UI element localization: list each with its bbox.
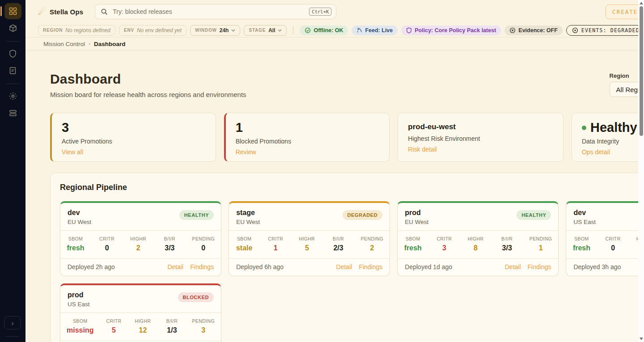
region-scope-pill[interactable]: REGION No regions defined [38,25,115,36]
offline-status-pill[interactable]: Offline: OK [300,25,348,35]
highest-risk-card: prod-eu-west Highest Risk Environment Ri… [398,113,564,162]
search-icon [101,8,108,16]
pipeline-card-stats: SBOM missing CRITR 5 HIGHR 12 B/I/R [60,312,221,341]
env-name: stage [236,209,260,217]
scroll-up-arrow[interactable] [640,2,643,4]
highr-stat: HIGHR 8 [467,236,485,252]
stat-value: fresh [572,244,590,252]
findings-link[interactable]: Findings [359,263,382,270]
region-name: EU West [236,219,260,225]
stat-label: Highest Risk Environment [408,135,553,142]
pipeline-header: Regional Pipeline All environments [60,183,644,192]
sidebar-item-releases[interactable] [4,20,21,36]
pipeline-grid: dev EU West HEALTHY SBOM fresh CRITR 0 [60,201,644,342]
stat-value: 3/3 [161,244,178,252]
chevron-down-icon [231,29,235,32]
policy-status-text: Policy: Core Policy Pack latest [415,27,496,34]
stat-label: SBOM [404,236,422,241]
policy-status-pill[interactable]: Policy: Core Policy Pack latest [401,25,501,35]
region-name: EU West [68,219,91,225]
sidebar-item-dashboard[interactable] [4,3,21,19]
pipeline-card-prod-eu-west: prod EU West HEALTHY SBOM fresh CRITR 3 [397,201,559,276]
region-name: US East [68,301,90,308]
events-status-pill[interactable]: EVENTS: DEGRADED [566,25,644,36]
pending-stat: PENDING 3 [192,318,215,334]
critr-stat: CRITR 1 [267,236,284,252]
critr-stat: CRITR 0 [604,236,622,252]
stat-value: 1 [530,244,552,252]
sidebar-item-security[interactable] [4,46,21,62]
bir-stat: B/I/R 2/3 [330,236,347,252]
findings-link[interactable]: Findings [528,263,551,270]
gear-icon [8,92,17,101]
stat-label: PENDING [192,236,215,241]
sbom-stat: SBOM missing [67,318,93,334]
sidebar-item-documents[interactable] [4,63,21,79]
findings-link[interactable]: Findings [190,263,214,270]
stat-label: SBOM [67,318,93,324]
stat-value: 8 [467,244,485,252]
window-value: 24h [220,27,229,34]
detail-link[interactable]: Detail [505,263,521,270]
feed-status-pill[interactable]: Feed: Live [352,25,398,35]
stat-label: B/I/R [330,236,347,241]
sidebar: › [0,0,25,342]
detail-link[interactable]: Detail [167,263,183,270]
pipeline-card-prod-us-east: prod US East BLOCKED SBOM missing CRITR … [60,283,221,342]
pipeline-card-footer: Deployed 2h ago Detail Findings [60,258,221,276]
window-dropdown[interactable]: WINDOW 24h [190,25,240,36]
healthy-dot-icon [582,126,586,130]
search-input[interactable] [113,8,305,15]
env-scope-pill[interactable]: ENV No env defined yet [119,25,186,36]
risk-detail-link[interactable]: Risk detail [408,146,437,153]
evidence-status-pill[interactable]: Evidence: OFF [504,25,563,35]
pipeline-card-stats: SBOM fresh CRITR 0 HIGHR 2 B/I/R [60,230,221,258]
env-block: dev EU West [68,209,91,225]
stat-value: missing [67,326,93,334]
sidebar-item-infrastructure[interactable] [4,105,21,121]
critr-stat: CRITR 3 [435,236,453,252]
package-icon [8,24,17,33]
view-all-link[interactable]: View all [62,148,83,156]
detail-link[interactable]: Detail [336,263,352,270]
chevron-right-icon: › [89,41,90,47]
env-block: dev US East [573,209,596,225]
pipeline-card-stage-eu-west: stage EU West DEGRADED SBOM stale CRITR … [229,201,390,276]
pipeline-card-dev-eu-west: dev EU West HEALTHY SBOM fresh CRITR 0 [60,201,221,276]
brand: ☄ Stella Ops [38,7,83,16]
pipeline-card-header: prod US East BLOCKED [60,285,221,312]
env-block: prod US East [68,291,90,308]
pipeline-card-header: dev EU West HEALTHY [60,203,221,230]
ops-detail-link[interactable]: Ops detail [582,148,610,156]
pipeline-card-stats: SBOM stale CRITR 1 HIGHR 5 B/I/R [229,230,390,258]
stat-label: CRITR [267,236,284,241]
global-search[interactable]: Ctrl+K [95,4,336,19]
review-link[interactable]: Review [236,148,256,156]
page-scrollbar[interactable] [638,0,644,342]
env-block: stage EU West [236,209,260,225]
scrollbar-thumb[interactable] [640,6,643,136]
sidebar-item-settings[interactable] [4,88,21,104]
stat-value: stale [235,244,253,252]
chevron-down-icon [278,29,282,32]
pipeline-card-header: dev US East HEALTHY [566,203,644,230]
stat-label: SBOM [572,236,590,241]
check-circle-icon [305,27,311,34]
blocked-promotions-card: 1 Blocked Promotions Review [224,113,390,162]
stat-label: CRITR [105,318,123,324]
status-badge: DEGRADED [343,210,383,220]
stat-label: HIGHR [129,236,147,241]
breadcrumb-mission-control[interactable]: Mission Control [43,41,85,47]
pipeline-title: Regional Pipeline [60,183,127,192]
scroll-down-arrow[interactable] [640,338,643,340]
brand-name: Stella Ops [50,8,83,16]
window-label: WINDOW [195,28,217,33]
env-name: prod [68,291,90,299]
evidence-status-text: Evidence: OFF [518,27,558,34]
stat-value: 5 [105,326,123,334]
page-subtitle: Mission board for release health across … [50,91,246,98]
pipeline-card-footer: Deployed 1d ago Detail Findings [398,258,558,276]
topbar: ☄ Stella Ops Ctrl+K CREATE RELEASE [25,0,644,23]
stage-dropdown[interactable]: STAGE All [244,25,287,36]
sidebar-collapse-button[interactable]: › [4,316,21,329]
